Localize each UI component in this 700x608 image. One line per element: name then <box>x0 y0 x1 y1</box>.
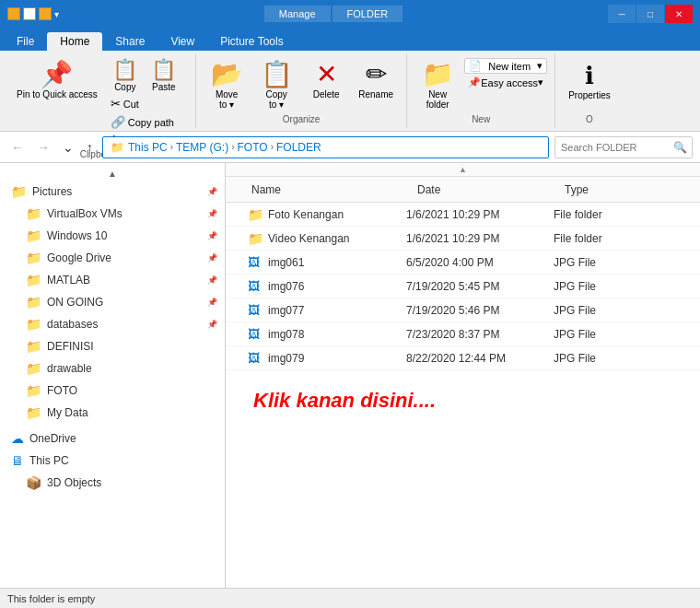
table-row[interactable]: 📁 Foto Kenangan 1/6/2021 10:29 PM File f… <box>226 203 700 227</box>
new-folder-label: Newfolder <box>426 89 449 110</box>
sidebar-item-googledrive[interactable]: 📁 Google Drive 📌 <box>0 247 225 269</box>
sidebar-item-thispc[interactable]: 🖥 This PC <box>0 450 225 472</box>
pin-indicator-googledrive: 📌 <box>207 253 217 263</box>
address-path[interactable]: 📁 This PC › TEMP (G:) › FOTO › FOLDER <box>102 136 549 158</box>
path-folder[interactable]: FOLDER <box>276 141 321 154</box>
organize-label: Organize <box>283 114 321 126</box>
pictures-folder-icon: 📁 <box>11 184 27 199</box>
move-to-button[interactable]: 📂 Moveto ▾ <box>204 58 250 113</box>
sidebar-item-onedrive[interactable]: ☁ OneDrive <box>0 427 225 450</box>
sidebar: ▲ 📁 Pictures 📌 📁 VirtualBox VMs 📌 📁 Wind… <box>0 163 226 588</box>
sidebar-item-pictures[interactable]: 📁 Pictures 📌 <box>0 181 225 203</box>
sidebar-label-virtualbox: VirtualBox VMs <box>47 207 202 220</box>
sidebar-scroll-up[interactable]: ▲ <box>0 167 225 181</box>
paste-icon: 📋 <box>151 60 176 80</box>
pin-button[interactable]: 📌 Pin to Quick access <box>11 58 103 103</box>
open-group: ℹ Properties O <box>555 54 624 128</box>
copy-button[interactable]: 📋 Copy <box>107 58 144 94</box>
delete-button[interactable]: ✕ Delete <box>303 58 349 103</box>
tab-share[interactable]: Share <box>102 32 158 51</box>
manage-tab[interactable]: Manage <box>264 6 331 22</box>
tab-picture-tools[interactable]: Picture Tools <box>207 32 296 51</box>
sidebar-item-3dobjects[interactable]: 📦 3D Objects <box>0 472 225 494</box>
definisi-folder-icon: 📁 <box>26 339 41 354</box>
path-temp[interactable]: TEMP (G:) <box>176 141 228 154</box>
3dobjects-icon: 📦 <box>26 475 41 490</box>
recent-locations-button[interactable]: ⌄ <box>59 138 77 157</box>
sidebar-item-databases[interactable]: 📁 databases 📌 <box>0 313 225 335</box>
dropdown-arrow[interactable]: ▾ <box>54 9 59 19</box>
cell-name-foto-kenangan: Foto Kenangan <box>268 208 406 221</box>
cell-date-img078: 7/23/2020 8:37 PM <box>406 328 554 341</box>
rename-label: Rename <box>358 89 393 99</box>
sidebar-item-ongoing[interactable]: 📁 ON GOING 📌 <box>0 291 225 313</box>
thispc-icon: 🖥 <box>11 453 24 468</box>
drawable-folder-icon: 📁 <box>26 361 41 376</box>
ribbon: 📌 Pin to Quick access 📋 Copy 📋 Paste ✂ <box>0 51 700 132</box>
pin-indicator-windows10: 📌 <box>207 231 217 240</box>
path-this-pc[interactable]: This PC <box>128 141 168 154</box>
sidebar-label-googledrive: Google Drive <box>47 251 202 264</box>
sidebar-item-matlab[interactable]: 📁 MATLAB 📌 <box>0 269 225 291</box>
maximize-button[interactable]: □ <box>636 5 664 23</box>
new-item-button[interactable]: 📄 New item ▾ <box>464 58 547 74</box>
sidebar-item-mydata[interactable]: 📁 My Data <box>0 402 225 424</box>
copy-to-button[interactable]: 📋 Copyto ▾ <box>253 58 299 113</box>
search-input[interactable] <box>554 136 693 158</box>
pin-indicator-matlab: 📌 <box>207 275 217 285</box>
sidebar-label-foto: FOTO <box>47 384 217 397</box>
googledrive-folder-icon: 📁 <box>26 251 41 265</box>
list-scroll-up[interactable]: ▲ <box>226 163 700 177</box>
col-header-date[interactable]: Date <box>417 183 565 196</box>
new-folder-button[interactable]: 📁 Newfolder <box>414 58 461 113</box>
pin-indicator-ongoing: 📌 <box>207 298 217 307</box>
properties-button[interactable]: ℹ Properties <box>563 58 616 104</box>
rename-icon: ✏ <box>366 62 387 88</box>
folder-tab[interactable]: FOLDER <box>332 6 403 22</box>
table-row[interactable]: 🖼 img076 7/19/2020 5:45 PM JPG File <box>226 275 700 298</box>
pin-indicator-pictures: 📌 <box>207 187 217 196</box>
tab-home[interactable]: Home <box>47 32 102 51</box>
sidebar-label-3dobjects: 3D Objects <box>47 476 217 489</box>
copy-path-button[interactable]: 🔗 Copy path <box>107 113 188 131</box>
table-row[interactable]: 🖼 img079 8/22/2020 12:44 PM JPG File <box>226 346 700 370</box>
minimize-button[interactable]: ─ <box>608 5 636 23</box>
sidebar-item-virtualbox[interactable]: 📁 VirtualBox VMs 📌 <box>0 203 225 225</box>
table-row[interactable]: 🖼 img061 6/5/2020 4:00 PM JPG File <box>226 251 700 275</box>
table-row[interactable]: 🖼 img077 7/19/2020 5:46 PM JPG File <box>226 298 700 322</box>
window-controls: ─ □ ✕ <box>608 5 693 23</box>
tab-view[interactable]: View <box>158 32 207 51</box>
search-wrapper: 🔍 <box>554 136 693 158</box>
path-foto[interactable]: FOTO <box>238 141 268 154</box>
paste-button[interactable]: 📋 Paste <box>146 58 182 94</box>
tab-file[interactable]: File <box>4 32 47 51</box>
new-item-label: New item <box>488 61 531 72</box>
cut-button[interactable]: ✂ Cut <box>107 95 188 112</box>
move-to-label: Moveto ▾ <box>216 89 238 110</box>
search-icon: 🔍 <box>673 141 687 154</box>
path-sep-1: › <box>170 142 173 152</box>
status-text: This folder is empty <box>7 593 95 604</box>
sidebar-item-windows10[interactable]: 📁 Windows 10 📌 <box>0 225 225 247</box>
col-header-name[interactable]: Name <box>251 183 417 196</box>
forward-button[interactable]: → <box>33 138 53 157</box>
table-row[interactable]: 📁 Video Kenangan 1/6/2021 10:29 PM File … <box>226 227 700 251</box>
sidebar-item-drawable[interactable]: 📁 drawable <box>0 357 225 380</box>
sidebar-item-definisi[interactable]: 📁 DEFINISI <box>0 335 225 357</box>
col-header-type[interactable]: Type <box>565 183 657 196</box>
rename-button[interactable]: ✏ Rename <box>353 58 399 103</box>
easy-access-button[interactable]: 📌 Easy access ▾ <box>464 76 547 89</box>
pin-icon: 📌 <box>41 62 73 88</box>
copy-to-icon: 📋 <box>261 62 293 88</box>
sidebar-item-foto[interactable]: 📁 FOTO <box>0 380 225 402</box>
copy-icon: 📋 <box>112 60 137 80</box>
up-button[interactable]: ↑ <box>83 138 97 157</box>
virtualbox-folder-icon: 📁 <box>26 206 41 221</box>
cell-name-img061: img061 <box>268 256 406 269</box>
back-button[interactable]: ← <box>7 138 28 157</box>
easy-access-icon: 📌 <box>468 76 481 88</box>
table-row[interactable]: 🖼 img078 7/23/2020 8:37 PM JPG File <box>226 322 700 346</box>
folder-nav-icon: 📁 <box>111 141 124 154</box>
clipboard-group: 📌 Pin to Quick access 📋 Copy 📋 Paste ✂ <box>4 54 196 128</box>
close-button[interactable]: ✕ <box>665 5 693 23</box>
